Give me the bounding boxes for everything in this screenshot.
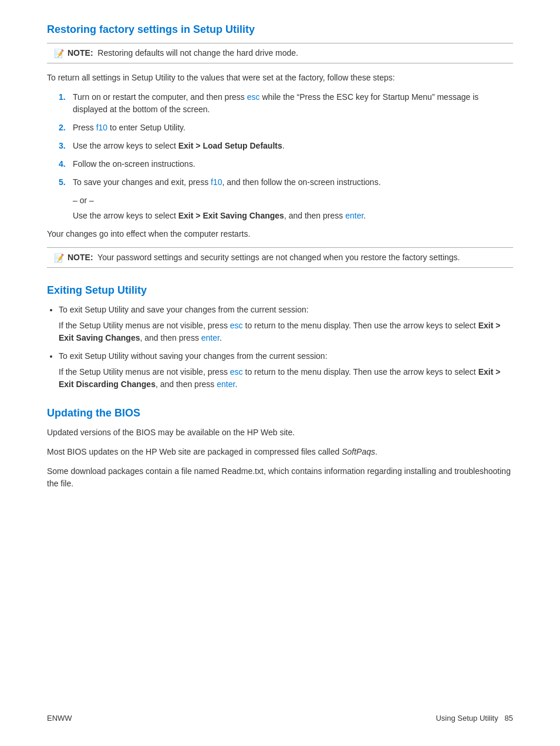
section1-heading: Restoring factory settings in Setup Util… <box>47 23 513 36</box>
step-4: 4. Follow the on-screen instructions. <box>59 158 513 170</box>
bullet2-esc-link[interactable]: esc <box>230 367 243 377</box>
section-restoring-factory: Restoring factory settings in Setup Util… <box>47 23 513 268</box>
step3-num: 3. <box>59 140 73 152</box>
note-box-1: 📝 NOTE: Restoring defaults will not chan… <box>47 43 513 63</box>
note2-text: NOTE: Your password settings and securit… <box>68 253 460 262</box>
bullet2-detail: If the Setup Utility menus are not visib… <box>59 366 513 391</box>
step1-content: Turn on or restart the computer, and the… <box>73 91 513 116</box>
step2-content: Press f10 to enter Setup Utility. <box>73 122 513 134</box>
indent-block-1: Use the arrow keys to select Exit > Exit… <box>73 210 513 222</box>
section3-para1: Updated versions of the BIOS may be avai… <box>47 426 513 439</box>
or-text: – or – <box>73 196 513 205</box>
bullet1-enter-link[interactable]: enter <box>201 333 220 342</box>
bullet2-enter-link[interactable]: enter <box>217 379 235 389</box>
note1-content: Restoring defaults will not change the h… <box>97 48 298 58</box>
note-icon-2: 📝 <box>54 253 64 263</box>
bullet2-main: To exit Setup Utility without saving you… <box>59 351 328 361</box>
step4-num: 4. <box>59 158 73 170</box>
bullet1-main: To exit Setup Utility and save your chan… <box>59 305 309 314</box>
step2-num: 2. <box>59 122 73 134</box>
note1-text: NOTE: Restoring defaults will not change… <box>68 48 298 58</box>
footer-left: ENWW <box>47 714 72 723</box>
softpaqs-italic: SoftPaqs <box>342 447 375 456</box>
step5-content: To save your changes and exit, press f10… <box>73 176 513 189</box>
section3-para3: Some download packages contain a file na… <box>47 465 513 490</box>
steps-list: 1. Turn on or restart the computer, and … <box>59 91 513 189</box>
step-1: 1. Turn on or restart the computer, and … <box>59 91 513 116</box>
step5-f10-link[interactable]: f10 <box>211 177 222 187</box>
note-icon-1: 📝 <box>54 49 64 58</box>
step4-content: Follow the on-screen instructions. <box>73 158 513 170</box>
note1-label: NOTE: <box>68 48 93 58</box>
closing-text: Your changes go into effect when the com… <box>47 228 513 240</box>
bullet-1: To exit Setup Utility and save your chan… <box>59 304 513 344</box>
step2-f10-link[interactable]: f10 <box>96 123 107 132</box>
step-3: 3. Use the arrow keys to select Exit > L… <box>59 140 513 152</box>
step1-esc-link[interactable]: esc <box>247 92 260 102</box>
step5-num: 5. <box>59 176 73 189</box>
section-updating-bios: Updating the BIOS Updated versions of th… <box>47 407 513 490</box>
page-footer: ENWW Using Setup Utility 85 <box>47 714 513 723</box>
bullet1-detail: If the Setup Utility menus are not visib… <box>59 320 513 344</box>
footer-section-label: Using Setup Utility <box>436 714 498 723</box>
section2-heading: Exiting Setup Utility <box>47 284 513 297</box>
section3-heading: Updating the BIOS <box>47 407 513 419</box>
footer-right: Using Setup Utility 85 <box>436 714 513 723</box>
note2-content: Your password settings and security sett… <box>97 253 460 262</box>
step1-num: 1. <box>59 91 73 103</box>
note2-label: NOTE: <box>68 253 93 262</box>
bullet-list: To exit Setup Utility and save your chan… <box>59 304 513 391</box>
footer-page-number: 85 <box>505 714 513 723</box>
bullet1-esc-link[interactable]: esc <box>230 321 243 330</box>
step3-content: Use the arrow keys to select Exit > Load… <box>73 140 513 152</box>
note-box-2: 📝 NOTE: Your password settings and secur… <box>47 247 513 268</box>
section-exiting: Exiting Setup Utility To exit Setup Util… <box>47 284 513 391</box>
bullet-2: To exit Setup Utility without saving you… <box>59 350 513 391</box>
step-5: 5. To save your changes and exit, press … <box>59 176 513 189</box>
section3-para2: Most BIOS updates on the HP Web site are… <box>47 446 513 458</box>
step-2: 2. Press f10 to enter Setup Utility. <box>59 122 513 134</box>
indent-enter-link[interactable]: enter <box>345 211 363 220</box>
section1-intro: To return all settings in Setup Utility … <box>47 72 513 84</box>
